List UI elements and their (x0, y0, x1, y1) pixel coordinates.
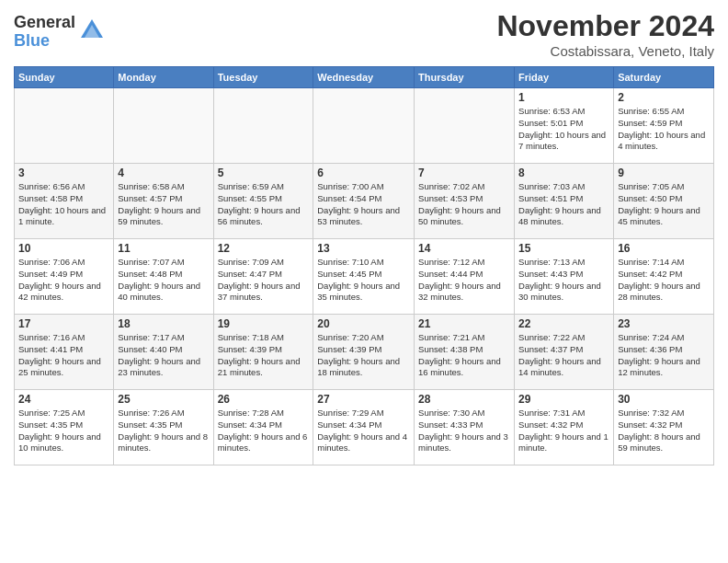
calendar-day-cell: 2Sunrise: 6:55 AMSunset: 4:59 PMDaylight… (614, 88, 714, 164)
calendar-day-cell: 14Sunrise: 7:12 AMSunset: 4:44 PMDayligh… (415, 239, 515, 315)
day-info: Sunrise: 7:22 AMSunset: 4:37 PMDaylight:… (518, 332, 609, 379)
day-number: 13 (317, 242, 410, 255)
calendar-day-cell: 27Sunrise: 7:29 AMSunset: 4:34 PMDayligh… (313, 390, 415, 465)
title-section: November 2024 Costabissara, Veneto, Ital… (496, 9, 714, 59)
day-info: Sunrise: 7:32 AMSunset: 4:32 PMDaylight:… (618, 408, 710, 454)
calendar-day-cell: 15Sunrise: 7:13 AMSunset: 4:43 PMDayligh… (515, 239, 614, 315)
calendar-week-row: 10Sunrise: 7:06 AMSunset: 4:49 PMDayligh… (15, 239, 714, 315)
calendar-day-cell (415, 88, 515, 164)
calendar-day-cell (15, 88, 114, 164)
calendar-day-cell: 28Sunrise: 7:30 AMSunset: 4:33 PMDayligh… (415, 390, 515, 465)
day-number: 19 (218, 317, 310, 330)
day-number: 18 (118, 317, 209, 330)
calendar-table: SundayMondayTuesdayWednesdayThursdayFrid… (14, 66, 714, 465)
calendar-day-cell: 13Sunrise: 7:10 AMSunset: 4:45 PMDayligh… (313, 239, 415, 315)
calendar-day-cell: 12Sunrise: 7:09 AMSunset: 4:47 PMDayligh… (213, 239, 313, 315)
day-number: 7 (418, 167, 510, 179)
day-info: Sunrise: 7:28 AMSunset: 4:34 PMDaylight:… (218, 408, 310, 454)
calendar-day-cell: 20Sunrise: 7:20 AMSunset: 4:39 PMDayligh… (313, 315, 415, 390)
day-info: Sunrise: 7:02 AMSunset: 4:53 PMDaylight:… (418, 181, 510, 228)
calendar-day-cell: 17Sunrise: 7:16 AMSunset: 4:41 PMDayligh… (15, 315, 114, 390)
calendar-day-cell (114, 88, 213, 164)
day-info: Sunrise: 7:26 AMSunset: 4:35 PMDaylight:… (118, 408, 209, 454)
day-info: Sunrise: 7:06 AMSunset: 4:49 PMDaylight:… (18, 257, 109, 304)
day-number: 26 (218, 393, 310, 406)
day-info: Sunrise: 7:20 AMSunset: 4:39 PMDaylight:… (317, 332, 410, 379)
day-number: 29 (518, 393, 609, 406)
day-number: 11 (118, 242, 209, 255)
calendar-day-header: Monday (114, 67, 213, 88)
logo-icon (79, 17, 105, 47)
calendar-day-cell: 24Sunrise: 7:25 AMSunset: 4:35 PMDayligh… (15, 390, 114, 465)
day-number: 3 (18, 167, 109, 179)
calendar-day-cell: 18Sunrise: 7:17 AMSunset: 4:40 PMDayligh… (114, 315, 213, 390)
day-number: 5 (218, 167, 310, 179)
day-number: 22 (518, 317, 609, 330)
calendar-day-cell: 1Sunrise: 6:53 AMSunset: 5:01 PMDaylight… (515, 88, 614, 164)
day-info: Sunrise: 7:10 AMSunset: 4:45 PMDaylight:… (317, 257, 410, 304)
header: General Blue November 2024 Costabissara,… (14, 9, 714, 59)
calendar-day-header: Wednesday (313, 67, 415, 88)
calendar-day-cell: 7Sunrise: 7:02 AMSunset: 4:53 PMDaylight… (415, 164, 515, 239)
calendar-day-cell: 3Sunrise: 6:56 AMSunset: 4:58 PMDaylight… (15, 164, 114, 239)
day-number: 21 (418, 317, 510, 330)
day-info: Sunrise: 7:14 AMSunset: 4:42 PMDaylight:… (618, 257, 710, 304)
day-info: Sunrise: 7:31 AMSunset: 4:32 PMDaylight:… (518, 408, 609, 454)
calendar-week-row: 1Sunrise: 6:53 AMSunset: 5:01 PMDaylight… (15, 88, 714, 164)
day-number: 1 (518, 91, 609, 104)
day-info: Sunrise: 7:13 AMSunset: 4:43 PMDaylight:… (518, 257, 609, 304)
calendar-day-cell: 8Sunrise: 7:03 AMSunset: 4:51 PMDaylight… (515, 164, 614, 239)
day-number: 9 (618, 167, 710, 179)
day-info: Sunrise: 7:30 AMSunset: 4:33 PMDaylight:… (418, 408, 510, 454)
calendar-header-row: SundayMondayTuesdayWednesdayThursdayFrid… (15, 67, 714, 88)
calendar-day-cell: 29Sunrise: 7:31 AMSunset: 4:32 PMDayligh… (515, 390, 614, 465)
day-number: 20 (317, 317, 410, 330)
calendar-day-cell: 26Sunrise: 7:28 AMSunset: 4:34 PMDayligh… (213, 390, 313, 465)
calendar-day-cell: 16Sunrise: 7:14 AMSunset: 4:42 PMDayligh… (614, 239, 714, 315)
day-info: Sunrise: 7:21 AMSunset: 4:38 PMDaylight:… (418, 332, 510, 379)
day-info: Sunrise: 6:59 AMSunset: 4:55 PMDaylight:… (218, 181, 310, 228)
calendar-week-row: 3Sunrise: 6:56 AMSunset: 4:58 PMDaylight… (15, 164, 714, 239)
calendar-week-row: 17Sunrise: 7:16 AMSunset: 4:41 PMDayligh… (15, 315, 714, 390)
calendar-day-cell: 22Sunrise: 7:22 AMSunset: 4:37 PMDayligh… (515, 315, 614, 390)
logo-text: General Blue (14, 14, 75, 51)
day-number: 4 (118, 167, 209, 179)
logo-general: General (14, 14, 75, 32)
day-info: Sunrise: 7:09 AMSunset: 4:47 PMDaylight:… (218, 257, 310, 304)
calendar-day-cell (213, 88, 313, 164)
month-title: November 2024 (496, 9, 714, 43)
calendar-day-cell: 6Sunrise: 7:00 AMSunset: 4:54 PMDaylight… (313, 164, 415, 239)
day-number: 10 (18, 242, 109, 255)
calendar-day-cell: 23Sunrise: 7:24 AMSunset: 4:36 PMDayligh… (614, 315, 714, 390)
day-number: 17 (18, 317, 109, 330)
logo: General Blue (14, 14, 105, 51)
day-info: Sunrise: 6:56 AMSunset: 4:58 PMDaylight:… (18, 181, 109, 228)
day-info: Sunrise: 7:12 AMSunset: 4:44 PMDaylight:… (418, 257, 510, 304)
day-info: Sunrise: 6:58 AMSunset: 4:57 PMDaylight:… (118, 181, 209, 228)
calendar-day-cell (313, 88, 415, 164)
calendar-day-header: Thursday (415, 67, 515, 88)
day-number: 14 (418, 242, 510, 255)
calendar-day-cell: 4Sunrise: 6:58 AMSunset: 4:57 PMDaylight… (114, 164, 213, 239)
day-number: 24 (18, 393, 109, 406)
day-info: Sunrise: 7:05 AMSunset: 4:50 PMDaylight:… (618, 181, 710, 228)
day-info: Sunrise: 7:29 AMSunset: 4:34 PMDaylight:… (317, 408, 410, 454)
calendar-day-cell: 5Sunrise: 6:59 AMSunset: 4:55 PMDaylight… (213, 164, 313, 239)
day-info: Sunrise: 7:03 AMSunset: 4:51 PMDaylight:… (518, 181, 609, 228)
day-info: Sunrise: 7:24 AMSunset: 4:36 PMDaylight:… (618, 332, 710, 379)
day-info: Sunrise: 6:53 AMSunset: 5:01 PMDaylight:… (518, 106, 609, 153)
day-number: 6 (317, 167, 410, 179)
day-number: 27 (317, 393, 410, 406)
calendar-day-cell: 10Sunrise: 7:06 AMSunset: 4:49 PMDayligh… (15, 239, 114, 315)
main-container: General Blue November 2024 Costabissara,… (0, 0, 728, 563)
day-number: 8 (518, 167, 609, 179)
calendar-day-cell: 9Sunrise: 7:05 AMSunset: 4:50 PMDaylight… (614, 164, 714, 239)
day-number: 23 (618, 317, 710, 330)
calendar-day-header: Friday (515, 67, 614, 88)
day-info: Sunrise: 6:55 AMSunset: 4:59 PMDaylight:… (618, 106, 710, 153)
calendar-day-cell: 21Sunrise: 7:21 AMSunset: 4:38 PMDayligh… (415, 315, 515, 390)
logo-blue: Blue (14, 32, 75, 51)
day-info: Sunrise: 7:00 AMSunset: 4:54 PMDaylight:… (317, 181, 410, 228)
day-number: 28 (418, 393, 510, 406)
day-info: Sunrise: 7:17 AMSunset: 4:40 PMDaylight:… (118, 332, 209, 379)
